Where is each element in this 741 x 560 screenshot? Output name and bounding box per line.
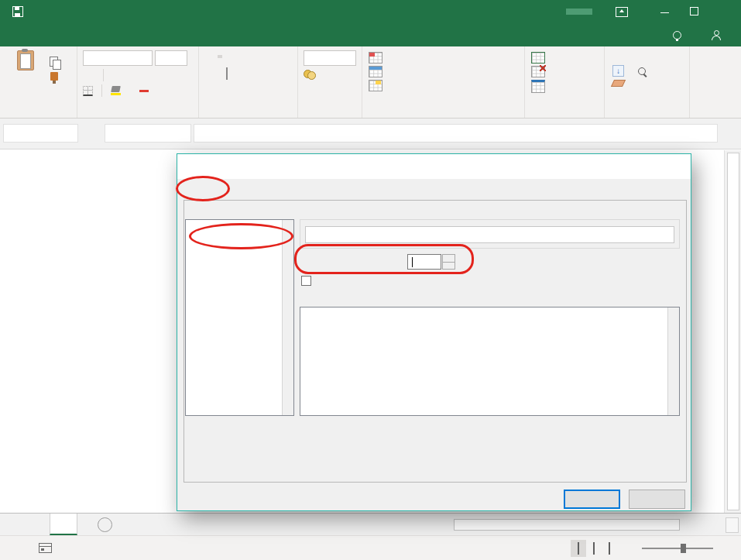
save-icon[interactable] (12, 6, 23, 17)
maximize-button[interactable] (682, 5, 705, 18)
formula-bar (0, 119, 741, 149)
vertical-scrollbar-thumb[interactable] (727, 153, 739, 510)
horizontal-scrollbar[interactable] (454, 518, 686, 531)
normal-view-button[interactable] (571, 540, 586, 557)
format-cells-icon (531, 80, 545, 93)
font-group (77, 46, 199, 118)
cell-styles-button[interactable] (369, 80, 524, 91)
page-layout-view-button[interactable] (586, 540, 602, 557)
increase-indent-button[interactable] (211, 89, 216, 92)
find-select-button[interactable] (638, 67, 651, 75)
conditional-formatting-button[interactable] (369, 52, 524, 64)
category-list-scrollbar[interactable] (282, 220, 293, 415)
format-painter-button[interactable] (50, 72, 58, 81)
spinner-down-icon[interactable] (443, 263, 455, 270)
status-bar (0, 535, 741, 560)
font-name-combo[interactable] (83, 50, 153, 66)
vertical-scrollbar[interactable] (724, 150, 741, 513)
eraser-icon (611, 80, 626, 87)
maximize-icon (690, 7, 698, 15)
paint-bucket-icon (111, 86, 121, 92)
sample-groupbox (300, 219, 680, 249)
macro-record-icon[interactable] (39, 543, 52, 553)
format-as-table-button[interactable] (369, 66, 524, 77)
font-size-combo[interactable] (155, 50, 187, 66)
sign-in-button[interactable] (566, 9, 592, 15)
alignment-group (199, 46, 298, 118)
align-top-button[interactable] (205, 55, 210, 58)
format-cells-button[interactable] (531, 80, 604, 93)
cancel-button[interactable] (629, 490, 685, 509)
horizontal-scrollbar-thumb[interactable] (454, 519, 680, 531)
font-color-button[interactable] (138, 88, 150, 93)
spinner-up-icon[interactable] (443, 255, 455, 263)
minimize-button[interactable] (653, 5, 676, 18)
titlebar (0, 0, 741, 23)
cells-group (525, 46, 605, 118)
formula-buttons (105, 124, 191, 143)
ok-button[interactable] (564, 490, 620, 509)
fill-button[interactable]: ↓ (612, 65, 626, 77)
format-as-table-icon (369, 66, 383, 77)
lightbulb-icon (673, 31, 681, 40)
ribbon: ↓ (0, 46, 741, 119)
align-center-button[interactable] (211, 72, 216, 75)
paste-button[interactable] (6, 50, 45, 73)
styles-group (362, 46, 525, 118)
new-sheet-button[interactable] (98, 517, 112, 532)
orientation-button[interactable] (224, 50, 230, 64)
delete-cells-button[interactable] (531, 66, 604, 77)
formula-input[interactable] (194, 124, 718, 143)
borders-button[interactable] (83, 86, 94, 96)
minimize-icon (660, 12, 669, 13)
insert-cells-icon (531, 52, 545, 64)
sheet-tab-active[interactable] (50, 514, 77, 535)
text-caret (412, 257, 413, 267)
fill-color-button[interactable] (109, 85, 122, 96)
copy-button[interactable] (50, 57, 58, 67)
insert-cells-button[interactable] (531, 52, 604, 64)
align-left-button[interactable] (205, 72, 210, 75)
normal-view-icon (578, 542, 579, 555)
share-person-icon (712, 30, 721, 40)
wrap-text-button[interactable] (218, 84, 224, 98)
zoom-slider-thumb[interactable] (681, 544, 686, 553)
undo-button[interactable] (33, 5, 34, 19)
page-break-icon (609, 542, 610, 555)
borders-icon (83, 86, 93, 96)
name-box[interactable] (3, 124, 78, 143)
editing-group: ↓ (605, 46, 690, 118)
cell-styles-icon (369, 80, 383, 91)
number-format-category-list[interactable] (185, 219, 294, 416)
clear-button[interactable] (612, 80, 626, 87)
decimal-places-input[interactable] (407, 254, 441, 270)
delete-cells-icon (531, 66, 545, 77)
redo-button[interactable] (43, 5, 45, 19)
align-bottom-button[interactable] (218, 55, 222, 58)
merge-icon (226, 67, 228, 80)
decrease-indent-button[interactable] (205, 89, 210, 92)
sample-value-box (305, 226, 674, 243)
ribbon-tab-row (0, 23, 741, 46)
merge-center-button[interactable] (224, 67, 232, 81)
ribbon-tab-extras (673, 23, 741, 46)
sheet-tab-bar (0, 513, 741, 535)
magnifier-icon (638, 67, 646, 75)
negative-list-scrollbar[interactable] (667, 307, 679, 415)
align-middle-button[interactable] (211, 55, 216, 58)
zoom-slider[interactable] (642, 548, 713, 549)
clipboard-paste-icon (17, 50, 34, 70)
page-break-view-button[interactable] (602, 540, 617, 557)
accounting-format-button[interactable] (304, 69, 314, 78)
negative-numbers-list[interactable] (300, 307, 680, 416)
autosum-button[interactable] (612, 50, 614, 62)
number-format-combo[interactable] (304, 50, 356, 66)
conditional-formatting-icon (369, 52, 383, 64)
quick-access-toolbar (0, 5, 54, 19)
decimal-places-spinner[interactable] (442, 254, 455, 270)
align-right-button[interactable] (218, 72, 222, 75)
ribbon-display-options-icon[interactable] (616, 7, 628, 17)
sheet-scroll-right-button[interactable] (726, 517, 739, 533)
thousands-separator-checkbox[interactable] (301, 276, 311, 286)
excel-window: ↓ (0, 0, 741, 560)
